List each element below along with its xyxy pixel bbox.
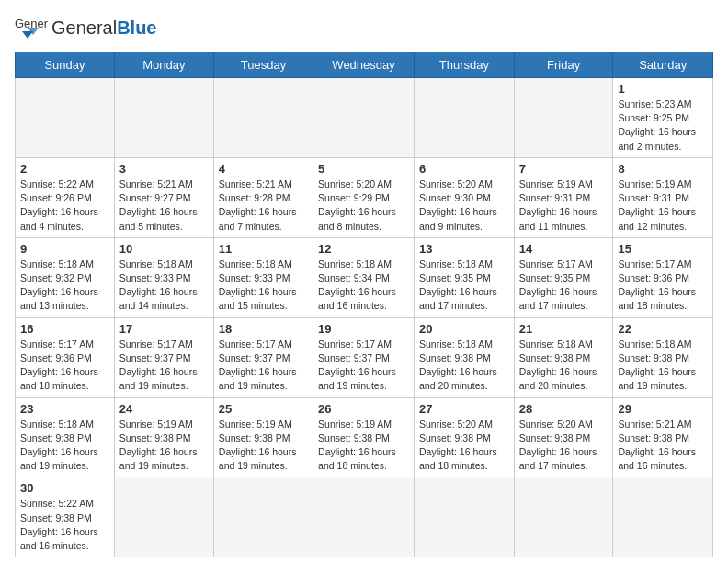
day-info: Sunrise: 5:17 AM Sunset: 9:35 PM Dayligh… <box>519 258 609 314</box>
calendar-cell <box>114 477 213 557</box>
calendar-cell: 7Sunrise: 5:19 AM Sunset: 9:31 PM Daylig… <box>514 157 613 237</box>
day-info: Sunrise: 5:18 AM Sunset: 9:35 PM Dayligh… <box>419 258 509 314</box>
day-number: 6 <box>419 162 509 176</box>
calendar-cell: 27Sunrise: 5:20 AM Sunset: 9:38 PM Dayli… <box>415 397 515 477</box>
calendar-week-row: 16Sunrise: 5:17 AM Sunset: 9:36 PM Dayli… <box>16 317 713 397</box>
calendar-cell <box>415 477 515 557</box>
generalblue-logo-icon: General <box>15 15 48 40</box>
day-info: Sunrise: 5:20 AM Sunset: 9:29 PM Dayligh… <box>318 178 409 234</box>
day-number: 17 <box>119 322 209 336</box>
day-info: Sunrise: 5:21 AM Sunset: 9:27 PM Dayligh… <box>119 178 209 234</box>
calendar-cell: 2Sunrise: 5:22 AM Sunset: 9:26 PM Daylig… <box>16 157 115 237</box>
day-number: 9 <box>20 242 109 256</box>
calendar-cell <box>16 78 115 158</box>
calendar-cell: 28Sunrise: 5:20 AM Sunset: 9:38 PM Dayli… <box>514 397 613 477</box>
day-info: Sunrise: 5:17 AM Sunset: 9:36 PM Dayligh… <box>20 338 109 394</box>
calendar-cell: 8Sunrise: 5:19 AM Sunset: 9:31 PM Daylig… <box>613 157 713 237</box>
day-info: Sunrise: 5:19 AM Sunset: 9:31 PM Dayligh… <box>618 178 708 234</box>
day-info: Sunrise: 5:19 AM Sunset: 9:38 PM Dayligh… <box>318 418 409 474</box>
calendar-cell: 30Sunrise: 5:22 AM Sunset: 9:38 PM Dayli… <box>16 477 115 557</box>
weekday-header-friday: Friday <box>514 52 613 78</box>
calendar-table: SundayMondayTuesdayWednesdayThursdayFrid… <box>15 52 713 557</box>
day-number: 3 <box>119 162 209 176</box>
day-info: Sunrise: 5:20 AM Sunset: 9:30 PM Dayligh… <box>419 178 509 234</box>
day-number: 20 <box>419 322 509 336</box>
weekday-header-monday: Monday <box>114 52 213 78</box>
calendar-cell: 26Sunrise: 5:19 AM Sunset: 9:38 PM Dayli… <box>313 397 415 477</box>
calendar-cell: 14Sunrise: 5:17 AM Sunset: 9:35 PM Dayli… <box>514 237 613 317</box>
logo-text: GeneralBlue <box>51 17 157 39</box>
day-info: Sunrise: 5:23 AM Sunset: 9:25 PM Dayligh… <box>618 98 708 154</box>
calendar-cell: 13Sunrise: 5:18 AM Sunset: 9:35 PM Dayli… <box>415 237 515 317</box>
day-number: 5 <box>318 162 409 176</box>
day-number: 26 <box>318 402 409 416</box>
day-number: 10 <box>119 242 209 256</box>
day-number: 1 <box>618 82 708 96</box>
calendar-week-row: 1Sunrise: 5:23 AM Sunset: 9:25 PM Daylig… <box>16 78 713 158</box>
calendar-cell: 24Sunrise: 5:19 AM Sunset: 9:38 PM Dayli… <box>114 397 213 477</box>
calendar-cell: 22Sunrise: 5:18 AM Sunset: 9:38 PM Dayli… <box>613 317 713 397</box>
day-info: Sunrise: 5:18 AM Sunset: 9:33 PM Dayligh… <box>219 258 308 314</box>
day-number: 21 <box>519 322 609 336</box>
day-number: 8 <box>618 162 708 176</box>
calendar-cell <box>313 477 415 557</box>
calendar-cell: 10Sunrise: 5:18 AM Sunset: 9:33 PM Dayli… <box>114 237 213 317</box>
logo: General GeneralBlue <box>15 15 157 40</box>
calendar-cell: 5Sunrise: 5:20 AM Sunset: 9:29 PM Daylig… <box>313 157 415 237</box>
day-number: 4 <box>219 162 308 176</box>
calendar-cell: 18Sunrise: 5:17 AM Sunset: 9:37 PM Dayli… <box>213 317 313 397</box>
weekday-header-thursday: Thursday <box>415 52 515 78</box>
day-number: 19 <box>318 322 409 336</box>
day-number: 7 <box>519 162 609 176</box>
calendar-cell: 20Sunrise: 5:18 AM Sunset: 9:38 PM Dayli… <box>415 317 515 397</box>
day-info: Sunrise: 5:18 AM Sunset: 9:33 PM Dayligh… <box>119 258 209 314</box>
day-number: 14 <box>519 242 609 256</box>
weekday-header-row: SundayMondayTuesdayWednesdayThursdayFrid… <box>16 52 713 78</box>
day-info: Sunrise: 5:17 AM Sunset: 9:37 PM Dayligh… <box>219 338 308 394</box>
day-info: Sunrise: 5:19 AM Sunset: 9:31 PM Dayligh… <box>519 178 609 234</box>
day-info: Sunrise: 5:18 AM Sunset: 9:38 PM Dayligh… <box>519 338 609 394</box>
day-info: Sunrise: 5:19 AM Sunset: 9:38 PM Dayligh… <box>119 418 209 474</box>
weekday-header-wednesday: Wednesday <box>313 52 415 78</box>
day-number: 23 <box>20 402 109 416</box>
header: General GeneralBlue <box>15 15 713 40</box>
day-number: 15 <box>618 242 708 256</box>
calendar-cell: 12Sunrise: 5:18 AM Sunset: 9:34 PM Dayli… <box>313 237 415 317</box>
calendar-cell: 16Sunrise: 5:17 AM Sunset: 9:36 PM Dayli… <box>16 317 115 397</box>
calendar-cell: 9Sunrise: 5:18 AM Sunset: 9:32 PM Daylig… <box>16 237 115 317</box>
day-info: Sunrise: 5:20 AM Sunset: 9:38 PM Dayligh… <box>419 418 509 474</box>
calendar-cell: 29Sunrise: 5:21 AM Sunset: 9:38 PM Dayli… <box>613 397 713 477</box>
calendar-cell: 11Sunrise: 5:18 AM Sunset: 9:33 PM Dayli… <box>213 237 313 317</box>
day-info: Sunrise: 5:21 AM Sunset: 9:38 PM Dayligh… <box>618 418 708 474</box>
weekday-header-saturday: Saturday <box>613 52 713 78</box>
calendar-cell <box>514 477 613 557</box>
day-info: Sunrise: 5:18 AM Sunset: 9:38 PM Dayligh… <box>419 338 509 394</box>
day-number: 27 <box>419 402 509 416</box>
calendar-cell <box>514 78 613 158</box>
day-number: 25 <box>219 402 308 416</box>
day-number: 16 <box>20 322 109 336</box>
weekday-header-sunday: Sunday <box>16 52 115 78</box>
day-info: Sunrise: 5:17 AM Sunset: 9:36 PM Dayligh… <box>618 258 708 314</box>
day-number: 29 <box>618 402 708 416</box>
day-info: Sunrise: 5:18 AM Sunset: 9:38 PM Dayligh… <box>20 418 109 474</box>
day-info: Sunrise: 5:18 AM Sunset: 9:34 PM Dayligh… <box>318 258 409 314</box>
day-info: Sunrise: 5:18 AM Sunset: 9:38 PM Dayligh… <box>618 338 708 394</box>
calendar-week-row: 9Sunrise: 5:18 AM Sunset: 9:32 PM Daylig… <box>16 237 713 317</box>
day-info: Sunrise: 5:22 AM Sunset: 9:26 PM Dayligh… <box>20 178 109 234</box>
day-number: 12 <box>318 242 409 256</box>
day-info: Sunrise: 5:17 AM Sunset: 9:37 PM Dayligh… <box>318 338 409 394</box>
calendar-cell <box>213 78 313 158</box>
calendar-cell: 19Sunrise: 5:17 AM Sunset: 9:37 PM Dayli… <box>313 317 415 397</box>
day-number: 28 <box>519 402 609 416</box>
calendar-cell <box>313 78 415 158</box>
day-info: Sunrise: 5:21 AM Sunset: 9:28 PM Dayligh… <box>219 178 308 234</box>
day-number: 18 <box>219 322 308 336</box>
day-number: 22 <box>618 322 708 336</box>
day-info: Sunrise: 5:20 AM Sunset: 9:38 PM Dayligh… <box>519 418 609 474</box>
calendar-cell: 3Sunrise: 5:21 AM Sunset: 9:27 PM Daylig… <box>114 157 213 237</box>
calendar-week-row: 23Sunrise: 5:18 AM Sunset: 9:38 PM Dayli… <box>16 397 713 477</box>
calendar-cell: 21Sunrise: 5:18 AM Sunset: 9:38 PM Dayli… <box>514 317 613 397</box>
calendar-week-row: 30Sunrise: 5:22 AM Sunset: 9:38 PM Dayli… <box>16 477 713 557</box>
day-info: Sunrise: 5:22 AM Sunset: 9:38 PM Dayligh… <box>20 497 109 553</box>
